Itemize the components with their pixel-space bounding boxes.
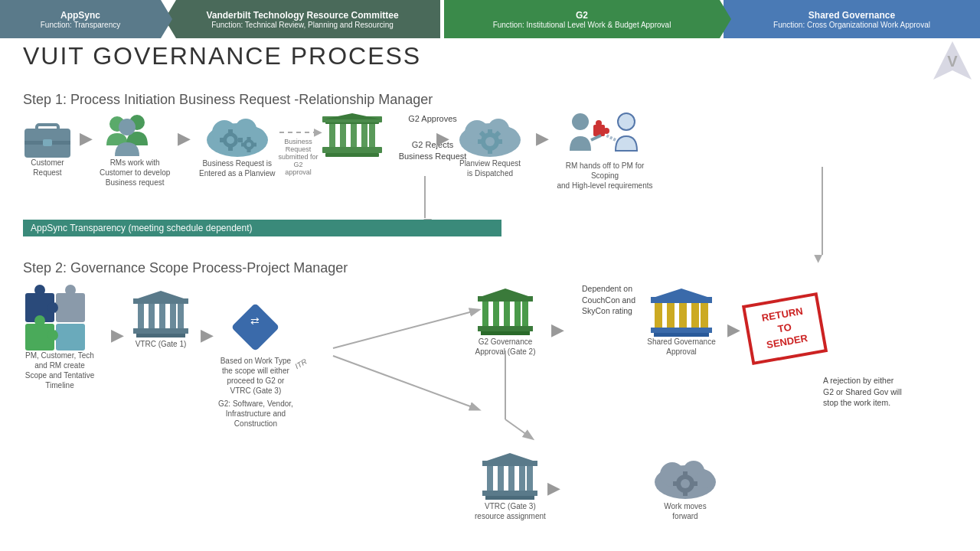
shared-gov-node: Shared GovernanceApproval <box>647 287 716 357</box>
puzzle-icon <box>21 289 98 350</box>
rejection-note: A rejection by eitherG2 or Shared Gov wi… <box>823 375 902 409</box>
svg-rect-68 <box>149 304 155 328</box>
arrow-to-shared: ▶ <box>551 320 564 340</box>
svg-rect-70 <box>170 304 176 328</box>
step2-header: Step 2: Governance Scope Process-Project… <box>23 260 348 276</box>
svg-rect-86 <box>481 331 530 335</box>
pm-create-label: PM, Customer, Techand RM createScope and… <box>25 350 94 390</box>
svg-text:V: V <box>947 53 958 70</box>
svg-point-14 <box>227 136 234 144</box>
svg-point-8 <box>119 119 136 135</box>
svg-point-58 <box>34 315 45 326</box>
svg-rect-18 <box>238 138 243 142</box>
arrow-vtrc3-work: ▶ <box>547 478 560 498</box>
rm-handoff-node: RM hands off to PM for Scopingand High-l… <box>555 111 655 191</box>
arrow-3: ▶ Business Requestsubmitted for G2approv… <box>277 124 319 176</box>
vtrc-gate3-icon <box>479 452 541 501</box>
svg-rect-15 <box>228 129 233 134</box>
svg-rect-105 <box>482 491 537 496</box>
svg-rect-79 <box>478 296 533 302</box>
svg-rect-74 <box>231 303 280 352</box>
svg-point-40 <box>485 137 495 146</box>
vtrc-gate1-label: VTRC (Gate 1) <box>136 339 187 349</box>
routing-node: ⇄ Based on Work Typethe scope will eithe… <box>218 298 293 429</box>
vertical-line-right <box>822 167 823 255</box>
handoff-icon <box>559 111 651 161</box>
appsync-bar-text: AppSync Transparency (meeting schedule d… <box>31 223 253 233</box>
svg-point-20 <box>247 142 251 147</box>
svg-rect-115 <box>673 481 678 486</box>
vtrc-building-icon <box>130 289 191 339</box>
svg-text:⇄: ⇄ <box>250 315 260 327</box>
svg-rect-116 <box>692 481 697 486</box>
g2-governance-icon <box>475 287 536 337</box>
svg-point-38 <box>500 128 518 146</box>
svg-rect-24 <box>253 143 256 147</box>
svg-point-47 <box>572 113 589 130</box>
svg-rect-90 <box>667 303 675 328</box>
reject-line <box>424 176 426 218</box>
svg-rect-85 <box>478 326 533 331</box>
svg-point-51 <box>618 113 635 130</box>
appsync-subtitle: Function: Transparency <box>41 21 121 29</box>
svg-rect-67 <box>138 304 144 328</box>
svg-line-77 <box>333 356 479 409</box>
svg-rect-101 <box>498 466 504 491</box>
svg-rect-72 <box>133 328 188 334</box>
pm-create-node: PM, Customer, Techand RM createScope and… <box>21 289 98 390</box>
svg-rect-44 <box>497 139 502 144</box>
g2-subtitle: Function: Institutional Level Work & Bud… <box>493 21 671 29</box>
svg-rect-43 <box>478 139 483 144</box>
customer-request-label: CustomerRequest <box>31 158 64 178</box>
svg-point-49 <box>596 120 602 126</box>
svg-point-50 <box>603 128 609 134</box>
svg-rect-31 <box>369 124 375 147</box>
planview-node: Planview Requestis Dispatched <box>456 111 524 178</box>
vtrc-subtitle: Function: Technical Review, Planning and… <box>211 21 394 29</box>
work-moves-icon <box>651 452 720 501</box>
svg-rect-22 <box>247 149 250 152</box>
svg-rect-82 <box>504 302 510 326</box>
svg-rect-63 <box>56 324 85 350</box>
svg-point-110 <box>695 470 714 488</box>
g2-title: G2 <box>576 10 588 21</box>
shared-title: Shared Governance <box>808 10 895 21</box>
dependent-note: Dependent onCouchCon andSkyCon rating <box>582 283 635 317</box>
work-moves-node: Work movesforward <box>651 452 720 521</box>
svg-rect-84 <box>522 302 528 326</box>
svg-rect-83 <box>514 302 521 326</box>
svg-rect-21 <box>247 137 250 140</box>
banner-appsync: AppSync Function: Transparency <box>0 0 161 38</box>
routing-label: Based on Work Typethe scope will eitherp… <box>220 356 291 396</box>
svg-rect-113 <box>683 471 688 477</box>
business-request-node: Business Request isEntered as a Planview <box>199 111 276 178</box>
svg-point-61 <box>65 285 76 295</box>
svg-line-97 <box>505 419 532 439</box>
shared-gov-icon <box>647 287 716 337</box>
shared-gov-label: Shared GovernanceApproval <box>647 337 716 357</box>
svg-line-76 <box>333 310 479 348</box>
planview-cloud-icon <box>456 111 524 158</box>
svg-rect-33 <box>325 153 379 157</box>
svg-rect-81 <box>493 302 499 326</box>
rm-handoff-label: RM hands off to PM for Scopingand High-l… <box>555 161 655 191</box>
shared-subtitle: Function: Cross Organizational Work Appr… <box>773 21 930 29</box>
business-request-label: Business Request isEntered as a Planview <box>199 158 276 178</box>
arrow-s2-1: ▶ <box>111 325 124 345</box>
svg-rect-100 <box>487 466 493 491</box>
vtrc-gate3-label: VTRC (Gate 3)resource assignment <box>475 501 546 521</box>
svg-rect-106 <box>485 496 534 500</box>
arrow-1: ▶ <box>80 129 93 148</box>
header-banner: AppSync Function: Transparency Vanderbil… <box>0 0 980 38</box>
svg-rect-16 <box>228 146 233 151</box>
svg-rect-91 <box>679 303 687 328</box>
arrow-s2-2: ▶ <box>201 325 214 345</box>
svg-rect-17 <box>220 138 224 142</box>
appsync-bar: AppSync Transparency (meeting schedule d… <box>23 220 501 236</box>
arrow-to-return: ▶ <box>727 320 740 340</box>
itr-label: ITR <box>293 357 308 371</box>
g2-building-node <box>322 113 383 162</box>
svg-rect-88 <box>651 297 712 303</box>
svg-rect-60 <box>56 293 85 322</box>
svg-rect-69 <box>159 304 165 328</box>
